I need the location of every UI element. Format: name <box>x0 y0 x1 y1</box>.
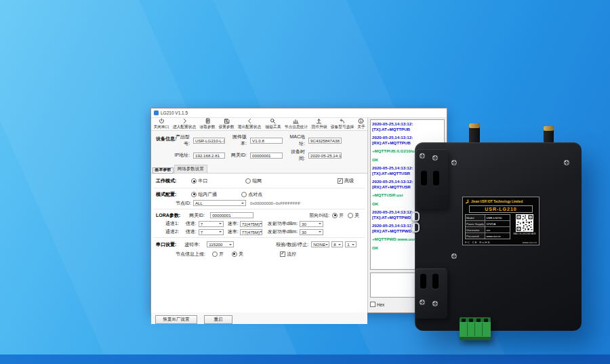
qr-code <box>516 214 533 232</box>
checkbox-hex[interactable] <box>370 302 375 307</box>
mac-address-field[interactable]: 9C4325847A38 <box>308 138 342 144</box>
chevron-down-icon <box>260 223 262 226</box>
din-bracket-bottom <box>415 268 447 319</box>
chevron-down-icon <box>338 244 341 247</box>
mode-config-label: 模式配置: <box>156 191 176 198</box>
device-label: Jinan USR IOT Technology Limited USR-LG2… <box>462 197 540 245</box>
toolbar-button-set-params[interactable]: 设置参数 <box>218 118 235 130</box>
tab-basic-params[interactable]: 基本参数 <box>152 167 174 174</box>
document-icon <box>205 118 211 124</box>
checkbox-advanced[interactable] <box>338 178 343 184</box>
toolbar-button-about[interactable]: 关于 <box>357 118 365 130</box>
terminal-hole <box>462 319 466 322</box>
chevron-left-icon <box>247 118 253 124</box>
certification-marks: FC CE RoHS <box>465 241 491 244</box>
spring-clip <box>411 211 420 222</box>
checkbox-flow-control[interactable] <box>280 251 285 257</box>
lora-section-label: LORA参数: <box>156 212 180 219</box>
radio-fec-off[interactable] <box>348 213 353 218</box>
spec-table: ModelUSR-LG210 Power Supply12V/1A Userna… <box>465 214 510 239</box>
field-label: 网关ID: <box>228 152 247 159</box>
mac-text: MAC:9C4325847A38 <box>514 232 536 235</box>
radio-group-broadcast[interactable] <box>191 192 197 197</box>
field-label: IP地址: <box>171 152 190 159</box>
terminal-separator <box>482 323 483 336</box>
stopbits-select[interactable]: 1 <box>345 241 357 247</box>
save-icon <box>224 118 230 124</box>
baud-select[interactable]: 115200 <box>207 241 234 247</box>
bottom-bar <box>0 355 610 364</box>
channel2-power-select[interactable]: 30 <box>300 229 323 235</box>
din-bracket-top <box>415 149 448 209</box>
terminal-separator <box>474 323 475 336</box>
chevron-down-icon <box>319 231 321 234</box>
toolbar-button-node-stats[interactable]: 节点信息统计 <box>284 118 308 130</box>
chevron-down-icon <box>219 223 222 226</box>
channel1-rate-select[interactable]: 72(475M) <box>240 221 262 227</box>
ip-address-field[interactable]: 192.168.2.81 <box>193 153 225 159</box>
chevron-down-icon <box>219 231 222 234</box>
toolbar-button-exit-config[interactable]: 退出配置状态 <box>237 118 262 130</box>
lora-gateway-id-label: 网关ID: <box>189 212 205 219</box>
channel1-label: 通道1: <box>165 220 179 227</box>
separator <box>154 188 365 188</box>
bottom-button-row: 恢复出厂设置 重启 <box>155 315 367 324</box>
toolbar-button-firmware-upgrade[interactable]: 固件升级 <box>311 118 327 130</box>
baud-label: 波特率: <box>184 241 200 248</box>
databits-select[interactable]: 8 <box>331 241 343 247</box>
site-text: www.usr.cn <box>523 241 537 244</box>
parity-data-stop-label: 校验/数据/停止: <box>276 241 308 248</box>
info-icon <box>358 118 364 124</box>
tab-network-params[interactable]: 网络参数设置 <box>174 165 207 173</box>
app-window: LG210 V1.1.5 关闭串口 进入配置状态 读取参数 <box>150 108 447 313</box>
parity-select[interactable]: NONE <box>311 241 329 247</box>
field-label: 设备时间: <box>286 148 305 162</box>
gateway-id-field[interactable]: 00000001 <box>250 153 283 159</box>
factory-reset-button[interactable]: 恢复出厂设置 <box>155 315 197 324</box>
radio-report-on[interactable] <box>212 251 218 257</box>
basic-params-panel: 工作模式: 串口 组网 高级 模式配置: <box>151 173 367 312</box>
brand-text: Jinan USR IOT Technology Limited <box>471 200 523 203</box>
chevron-right-icon <box>182 118 188 124</box>
toolbar-button-close-serial[interactable]: 关闭串口 <box>153 118 169 130</box>
mounting-hole <box>421 171 427 186</box>
radio-report-off[interactable] <box>232 251 237 257</box>
channel1-channel-select[interactable]: 7 <box>199 221 224 227</box>
radio-fec-on[interactable] <box>332 213 338 218</box>
terminal-hole <box>476 319 481 322</box>
screw <box>451 160 457 165</box>
separator <box>154 209 365 209</box>
lora-gateway-id-input[interactable]: 00000001 <box>210 212 253 218</box>
terminal-block <box>460 317 491 340</box>
window-titlebar[interactable]: LG210 V1.1.5 <box>151 108 447 118</box>
window-title: LG210 V1.1.5 <box>161 110 188 115</box>
node-id-select[interactable]: ALL <box>193 200 246 206</box>
usr-logo-icon <box>465 199 470 204</box>
fec-label: 前向纠错: <box>309 212 329 219</box>
restart-button[interactable]: 重启 <box>204 315 232 324</box>
radio-point-to-point[interactable] <box>241 192 247 197</box>
work-mode-label: 工作模式: <box>156 178 176 184</box>
product-model-field[interactable]: USR-LG210-L-10 <box>193 138 225 144</box>
channel2-channel-select[interactable]: 7 <box>199 229 224 235</box>
toolbar-button-aux-tools[interactable]: 辅助工具 <box>265 118 281 130</box>
radio-work-mode-network[interactable] <box>245 178 251 184</box>
node-id-label: 节点ID: <box>176 200 191 207</box>
channel2-rate-select[interactable]: 77(475M) <box>240 229 262 235</box>
app-icon <box>154 110 159 115</box>
device-time-field[interactable]: 2020-05-25,14:12:40 <box>308 153 342 159</box>
node-report-label: 节点信息上报: <box>176 251 205 258</box>
upload-arrow-icon <box>316 118 322 124</box>
toolbar-button-model-select[interactable]: 设备型号选择 <box>330 118 354 130</box>
chevron-down-icon <box>325 244 328 247</box>
mounting-hole <box>433 171 439 186</box>
toolbar-button-read-params[interactable]: 读取参数 <box>199 118 216 130</box>
radio-work-mode-serial[interactable] <box>191 178 197 184</box>
firmware-version-field[interactable]: V1.0.8 <box>250 138 283 144</box>
power-icon <box>159 118 165 124</box>
toolbar-button-enter-config[interactable]: 进入配置状态 <box>172 118 197 130</box>
magnifier-icon <box>270 118 276 124</box>
hex-label: Hex <box>377 302 384 307</box>
channel1-power-select[interactable]: 30 <box>300 221 323 227</box>
screw <box>432 301 438 306</box>
